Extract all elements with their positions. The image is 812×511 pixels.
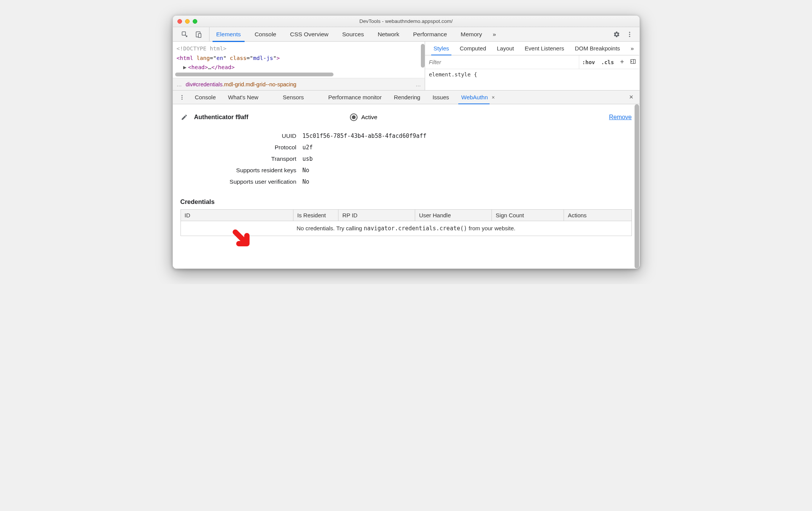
horizontal-scrollbar[interactable] — [175, 73, 334, 76]
authenticator-header: Authenticator f9aff Active Remove — [180, 113, 632, 121]
drawer-tab-webauthn[interactable]: WebAuthn × — [455, 91, 501, 104]
tab-performance[interactable]: Performance — [406, 27, 454, 42]
main-tabs: Elements Console CSS Overview Sources Ne… — [209, 27, 607, 42]
svg-point-9 — [181, 97, 182, 98]
tab-sources[interactable]: Sources — [335, 27, 371, 42]
styles-pane: Styles Computed Layout Event Listeners D… — [425, 42, 640, 90]
styles-tab-event-listeners[interactable]: Event Listeners — [519, 42, 569, 55]
styles-tab-bar: Styles Computed Layout Event Listeners D… — [425, 42, 640, 55]
prop-label: UUID — [180, 133, 303, 139]
maximize-window-button[interactable] — [193, 19, 197, 24]
active-label: Active — [361, 114, 377, 121]
prop-value: 15c01f56-785f-43b4-ab58-4facd60f9aff — [303, 133, 427, 139]
prop-protocol: Protocol u2f — [180, 142, 632, 153]
mac-titlebar: DevTools - webauthndemo.appspot.com/ — [173, 16, 640, 27]
tab-memory[interactable]: Memory — [454, 27, 489, 42]
col-actions[interactable]: Actions — [564, 210, 632, 221]
prop-value: u2f — [303, 144, 313, 151]
prop-label: Protocol — [180, 144, 303, 151]
empty-code: navigator.credentials.create() — [364, 225, 467, 232]
empty-suffix: from your website. — [467, 225, 516, 231]
col-sign-count[interactable]: Sign Count — [492, 210, 564, 221]
toolbar-right — [607, 27, 640, 41]
minimize-window-button[interactable] — [185, 19, 190, 24]
radio-icon — [350, 113, 358, 121]
breadcrumb-item[interactable]: div#credentials.mdl-grid.mdl-grid--no-sp… — [186, 81, 296, 87]
hov-button[interactable]: :hov — [579, 55, 598, 69]
drawer-tab-rendering[interactable]: Rendering — [388, 91, 426, 104]
inspect-element-icon[interactable] — [180, 29, 190, 40]
col-rp-id[interactable]: RP ID — [338, 210, 415, 221]
new-style-rule-icon[interactable]: + — [617, 58, 627, 66]
settings-gear-icon[interactable] — [611, 29, 622, 40]
col-user-handle[interactable]: User Handle — [415, 210, 492, 221]
credentials-table-head: ID Is Resident RP ID User Handle Sign Co… — [180, 210, 632, 221]
drawer-tab-issues[interactable]: Issues — [426, 91, 455, 104]
drawer-tab-sensors[interactable]: Sensors — [277, 91, 310, 104]
svg-point-8 — [181, 95, 182, 96]
col-id[interactable]: ID — [180, 210, 293, 221]
prop-transport: Transport usb — [180, 153, 632, 165]
edit-pencil-icon[interactable] — [180, 113, 188, 121]
dom-head[interactable]: ▶<head>…</head> — [177, 63, 421, 72]
annotation-arrow-icon — [231, 228, 252, 251]
svg-point-10 — [181, 99, 182, 100]
more-vert-icon[interactable] — [624, 29, 635, 40]
styles-tab-computed[interactable]: Computed — [454, 42, 491, 55]
drawer-tab-whats-new[interactable]: What's New — [222, 91, 265, 104]
close-tab-icon[interactable]: × — [492, 94, 495, 100]
main-tab-bar: Elements Console CSS Overview Sources Ne… — [173, 27, 640, 42]
drawer-vertical-scrollbar[interactable] — [635, 104, 639, 268]
styles-tab-styles[interactable]: Styles — [428, 42, 454, 55]
elements-breadcrumb: … div#credentials.mdl-grid.mdl-grid--no-… — [173, 78, 425, 90]
dom-html-open[interactable]: <html lang="en" class="mdl-js"> — [177, 53, 421, 63]
drawer-close-icon[interactable]: × — [625, 93, 637, 101]
expand-caret-icon[interactable]: ▶ — [183, 64, 188, 70]
styles-tab-dom-breakpoints[interactable]: DOM Breakpoints — [569, 42, 625, 55]
prop-label: Transport — [180, 155, 303, 162]
breadcrumb-right-ellipsis[interactable]: … — [416, 81, 421, 87]
elements-split: <!DOCTYPE html> <html lang="en" class="m… — [173, 42, 640, 91]
styles-tabs-overflow[interactable]: » — [628, 42, 637, 55]
dom-doctype[interactable]: <!DOCTYPE html> — [177, 44, 421, 53]
vertical-scrollbar-thumb[interactable] — [421, 44, 425, 68]
col-is-resident[interactable]: Is Resident — [293, 210, 338, 221]
prop-user-verification: Supports user verification No — [180, 176, 632, 188]
remove-authenticator-link[interactable]: Remove — [609, 114, 632, 121]
tab-elements[interactable]: Elements — [209, 27, 248, 42]
close-window-button[interactable] — [177, 19, 182, 24]
svg-point-3 — [629, 32, 630, 33]
breadcrumb-left-ellipsis[interactable]: … — [177, 81, 182, 87]
svg-point-5 — [629, 36, 630, 37]
styles-tab-layout[interactable]: Layout — [491, 42, 519, 55]
prop-uuid: UUID 15c01f56-785f-43b4-ab58-4facd60f9af… — [180, 130, 632, 142]
tab-network[interactable]: Network — [371, 27, 406, 42]
drawer-tab-bar: Console What's New Sensors Performance m… — [173, 91, 640, 104]
prop-resident-keys: Supports resident keys No — [180, 165, 632, 176]
prop-value: No — [303, 178, 309, 185]
toolbar-left — [173, 27, 209, 41]
svg-point-4 — [629, 34, 630, 35]
elements-dom-pane[interactable]: <!DOCTYPE html> <html lang="en" class="m… — [173, 42, 425, 90]
drawer-tab-console[interactable]: Console — [189, 91, 222, 104]
authenticator-title: Authenticator f9aff — [194, 114, 248, 121]
tab-console[interactable]: Console — [248, 27, 283, 42]
drawer-tab-performance-monitor[interactable]: Performance monitor — [322, 91, 388, 104]
credentials-heading: Credentials — [180, 198, 632, 205]
cls-button[interactable]: .cls — [598, 55, 617, 69]
sidebar-toggle-icon[interactable] — [627, 58, 639, 66]
styles-filter-row: :hov .cls + — [425, 55, 640, 69]
window-title: DevTools - webauthndemo.appspot.com/ — [173, 18, 640, 24]
drawer-more-icon[interactable] — [175, 94, 189, 100]
active-radio[interactable]: Active — [350, 113, 377, 121]
traffic-lights — [177, 19, 197, 24]
main-tabs-overflow[interactable]: » — [489, 27, 500, 42]
tab-css-overview[interactable]: CSS Overview — [283, 27, 335, 42]
styles-filter-input[interactable] — [425, 55, 579, 69]
styles-body[interactable]: element.style { — [425, 69, 640, 80]
drawer-tab-webauthn-label: WebAuthn — [461, 94, 488, 100]
prop-label: Supports user verification — [180, 178, 303, 185]
dom-tree[interactable]: <!DOCTYPE html> <html lang="en" class="m… — [173, 42, 425, 73]
scrollbar-thumb[interactable] — [635, 104, 639, 268]
device-toggle-icon[interactable] — [193, 29, 204, 40]
